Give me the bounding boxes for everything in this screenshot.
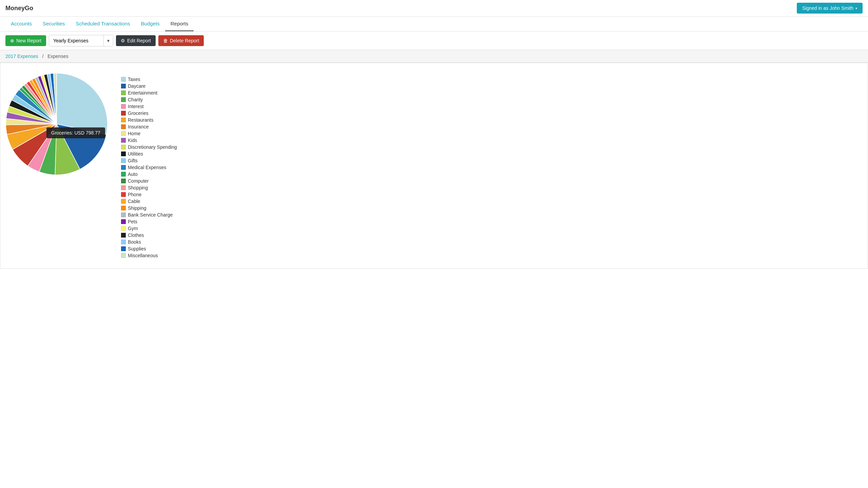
- legend-item: Pets: [121, 219, 177, 224]
- legend-item: Discretionary Spending: [121, 144, 177, 150]
- legend-label: Kids: [128, 138, 137, 143]
- edit-report-label: Edit Report: [127, 38, 151, 43]
- legend-label: Pets: [128, 219, 137, 224]
- legend-item: Interest: [121, 104, 177, 109]
- legend-item: Insurance: [121, 124, 177, 129]
- legend-label: Entertainment: [128, 90, 157, 96]
- legend-swatch: [121, 253, 126, 258]
- legend-item: Daycare: [121, 83, 177, 89]
- legend-label: Interest: [128, 104, 144, 109]
- breadcrumb-parent[interactable]: 2017 Expenses: [5, 54, 38, 59]
- nav-tab-accounts[interactable]: Accounts: [5, 17, 37, 31]
- legend-item: Utilities: [121, 151, 177, 157]
- legend-item: Phone: [121, 192, 177, 197]
- legend-swatch: [121, 172, 126, 177]
- legend-swatch: [121, 199, 126, 204]
- legend-item: Books: [121, 239, 177, 245]
- chart-legend: TaxesDaycareEntertainmentCharityInterest…: [121, 73, 177, 258]
- legend-swatch: [121, 124, 126, 129]
- legend-label: Groceries: [128, 110, 149, 116]
- legend-item: Clothes: [121, 232, 177, 238]
- legend-item: Computer: [121, 178, 177, 184]
- legend-label: Home: [128, 131, 140, 136]
- legend-swatch: [121, 246, 126, 251]
- signed-in-button[interactable]: Signed in as John Smith ▾: [797, 3, 863, 14]
- legend-item: Entertainment: [121, 90, 177, 96]
- legend-label: Phone: [128, 192, 141, 197]
- legend-label: Restaurants: [128, 117, 153, 123]
- pie-slice[interactable]: [57, 73, 107, 135]
- legend-item: Shopping: [121, 185, 177, 190]
- legend-swatch: [121, 111, 126, 116]
- legend-swatch: [121, 138, 126, 143]
- delete-icon: 🗑: [163, 38, 168, 43]
- legend-label: Daycare: [128, 83, 145, 89]
- legend-item: Groceries: [121, 110, 177, 116]
- legend-label: Medical Expenses: [128, 165, 166, 170]
- legend-item: Medical Expenses: [121, 165, 177, 170]
- new-report-label: New Report: [16, 38, 41, 43]
- edit-report-button[interactable]: ⚙ Edit Report: [116, 35, 156, 46]
- legend-swatch: [121, 97, 126, 102]
- legend-swatch: [121, 84, 126, 88]
- legend-swatch: [121, 104, 126, 109]
- legend-swatch: [121, 206, 126, 210]
- legend-swatch: [121, 226, 126, 231]
- select-caret-icon[interactable]: ▾: [103, 35, 113, 46]
- legend-label: Taxes: [128, 77, 140, 82]
- legend-swatch: [121, 179, 126, 183]
- legend-label: Gym: [128, 226, 138, 231]
- header: MoneyGo Signed in as John Smith ▾: [0, 0, 868, 17]
- legend-item: Home: [121, 131, 177, 136]
- legend-swatch: [121, 131, 126, 136]
- signed-in-label: Signed in as John Smith: [802, 5, 853, 11]
- delete-report-button[interactable]: 🗑 Delete Report: [158, 35, 204, 46]
- legend-swatch: [121, 233, 126, 238]
- legend-label: Insurance: [128, 124, 149, 129]
- legend-label: Utilities: [128, 151, 143, 157]
- legend-swatch: [121, 165, 126, 170]
- legend-label: Books: [128, 239, 141, 245]
- legend-label: Discretionary Spending: [128, 144, 177, 150]
- legend-item: Gym: [121, 226, 177, 231]
- chart-area: Groceries: USD 798.77: [6, 73, 107, 176]
- legend-label: Auto: [128, 171, 138, 177]
- legend-item: Restaurants: [121, 117, 177, 123]
- nav-tab-scheduled-transactions[interactable]: Scheduled Transactions: [71, 17, 136, 31]
- main-nav: AccountsSecuritiesScheduled Transactions…: [0, 17, 868, 32]
- legend-item: Charity: [121, 97, 177, 102]
- legend-label: Shopping: [128, 185, 148, 190]
- legend-swatch: [121, 118, 126, 122]
- legend-label: Shipping: [128, 205, 146, 211]
- legend-label: Clothes: [128, 232, 144, 238]
- legend-swatch: [121, 219, 126, 224]
- legend-swatch: [121, 185, 126, 190]
- nav-tab-reports[interactable]: Reports: [165, 17, 194, 31]
- delete-report-label: Delete Report: [170, 38, 199, 43]
- report-select[interactable]: Yearly ExpensesMonthly ExpensesAnnual Bu…: [49, 35, 103, 46]
- legend-label: Gifts: [128, 158, 138, 163]
- legend-swatch: [121, 77, 126, 82]
- legend-item: Gifts: [121, 158, 177, 163]
- legend-item: Kids: [121, 138, 177, 143]
- legend-swatch: [121, 240, 126, 244]
- legend-item: Bank Service Charge: [121, 212, 177, 218]
- toolbar: ⊕ New Report Yearly ExpensesMonthly Expe…: [0, 32, 868, 50]
- breadcrumb: 2017 Expenses / Expenses: [0, 50, 868, 63]
- breadcrumb-current: Expenses: [47, 54, 68, 59]
- nav-tab-budgets[interactable]: Budgets: [136, 17, 165, 31]
- legend-swatch: [121, 212, 126, 217]
- legend-item: Miscellaneous: [121, 253, 177, 258]
- new-report-button[interactable]: ⊕ New Report: [5, 35, 46, 46]
- legend-swatch: [121, 90, 126, 95]
- legend-item: Cable: [121, 199, 177, 204]
- legend-label: Cable: [128, 199, 140, 204]
- nav-tab-securities[interactable]: Securities: [37, 17, 71, 31]
- legend-label: Supplies: [128, 246, 146, 251]
- legend-label: Miscellaneous: [128, 253, 158, 258]
- legend-item: Supplies: [121, 246, 177, 251]
- legend-swatch: [121, 158, 126, 163]
- legend-swatch: [121, 151, 126, 156]
- legend-item: Taxes: [121, 77, 177, 82]
- pie-chart: [6, 73, 107, 175]
